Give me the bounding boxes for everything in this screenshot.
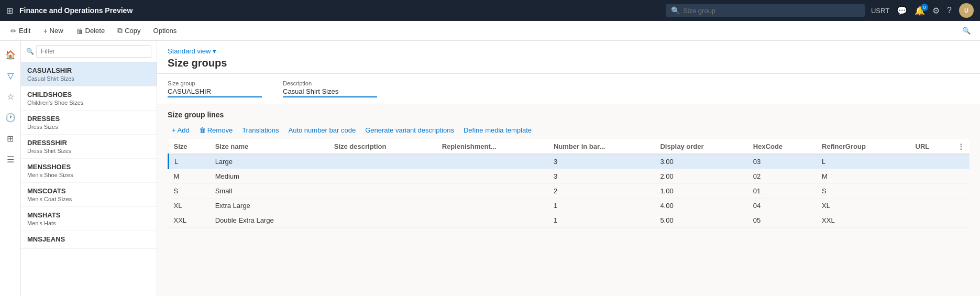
cell-size: M (169, 169, 210, 184)
generate-variant-button[interactable]: Generate variant descriptions (361, 124, 458, 136)
cell-size: XL (169, 199, 210, 213)
cell-number_in_bar: 1 (548, 213, 655, 228)
cell-replenishment (437, 213, 548, 228)
cell-hexcode: 05 (748, 213, 817, 228)
copy-button[interactable]: ⧉ Copy (112, 24, 146, 38)
filter-search-icon: 🔍 (26, 48, 34, 55)
action-bar: ✏ Edit + New 🗑 Delete ⧉ Copy Options 🔍 (0, 21, 980, 41)
sidebar-item-name: DRESSSHIR (27, 139, 150, 147)
table-row[interactable]: XXLDouble Extra Large15.0005XXL (169, 213, 970, 228)
avatar[interactable]: U (959, 3, 974, 18)
sidebar-item-mnshats[interactable]: MNSHATS Men's Hats (21, 207, 157, 231)
sidebar-item-name: MNSHATS (27, 211, 150, 219)
col-header-display-order[interactable]: Display order (655, 139, 747, 154)
col-header-size[interactable]: Size (169, 139, 210, 154)
col-header-number-in-bar---[interactable]: Number in bar... (548, 139, 655, 154)
home-icon-btn[interactable]: 🏠 (1, 45, 20, 64)
description-value[interactable]: Casual Shirt Sizes (283, 87, 377, 97)
sidebar-item-casualshir[interactable]: CASUALSHIR Casual Shirt Sizes (21, 62, 157, 86)
app-grid-button[interactable]: ⊞ (6, 6, 13, 16)
top-bar: ⊞ Finance and Operations Preview 🔍 USRT … (0, 0, 980, 21)
cell-replenishment (437, 154, 548, 169)
sidebar-item-mnsjeans[interactable]: MNSJEANS (21, 231, 157, 249)
content-area: Standard view ▾ Size groups Size group C… (157, 41, 980, 296)
cell-display_order: 5.00 (655, 213, 747, 228)
page-header: Standard view ▾ Size groups (157, 41, 980, 74)
cell-number_in_bar: 3 (548, 169, 655, 184)
clock-icon-btn[interactable]: 🕐 (1, 108, 20, 127)
size-group-value[interactable]: CASUALSHIR (168, 87, 262, 97)
sidebar-filter-bar: 🔍 (21, 41, 157, 62)
settings-icon[interactable]: ⚙ (932, 6, 940, 16)
cell-hexcode: 03 (748, 154, 817, 169)
translations-button[interactable]: Translations (238, 124, 283, 136)
col-more-options[interactable]: ⋮ (952, 139, 970, 154)
cell-display_order: 4.00 (655, 199, 747, 213)
col-header-size-name[interactable]: Size name (210, 139, 329, 154)
cell-refiner_group: XL (817, 199, 910, 213)
sidebar-item-dressshir[interactable]: DRESSSHIR Dress Shirt Sizes (21, 135, 157, 159)
table-row[interactable]: XLExtra Large14.0004XL (169, 199, 970, 213)
cell-hexcode: 02 (748, 169, 817, 184)
table-row[interactable]: SSmall21.0001S (169, 184, 970, 199)
sidebar-item-name: DRESSES (27, 115, 150, 123)
sidebar-item-desc: Children's Shoe Sizes (27, 100, 150, 106)
row-more-options[interactable] (952, 169, 970, 184)
add-icon: + (172, 126, 176, 134)
col-header-hexcode[interactable]: HexCode (748, 139, 817, 154)
cell-refiner_group: XXL (817, 213, 910, 228)
remove-button[interactable]: 🗑 Remove (195, 124, 237, 136)
col-header-refinergroup[interactable]: RefinerGroup (817, 139, 910, 154)
table-icon-btn[interactable]: ⊞ (1, 129, 20, 148)
sidebar-item-dresses[interactable]: DRESSES Dress Sizes (21, 111, 157, 135)
delete-icon: 🗑 (76, 27, 83, 35)
new-button[interactable]: + New (38, 24, 68, 38)
size-group-label: Size group (168, 80, 262, 86)
add-button[interactable]: + Add (168, 124, 194, 136)
row-more-options[interactable] (952, 154, 970, 169)
sidebar-item-mensshoes[interactable]: MENSSHOES Men's Shoe Sizes (21, 159, 157, 183)
row-more-options[interactable] (952, 213, 970, 228)
delete-button[interactable]: 🗑 Delete (71, 24, 111, 38)
list-icon-btn[interactable]: ☰ (1, 150, 20, 169)
edit-icon: ✏ (10, 27, 17, 35)
table-section: Size group lines + Add 🗑 Remove Translat… (157, 104, 980, 296)
star-icon-btn[interactable]: ☆ (1, 87, 20, 106)
notification-button[interactable]: 🔔0 (915, 6, 925, 16)
col-header-url[interactable]: URL (910, 139, 952, 154)
cell-url (910, 199, 952, 213)
table-row[interactable]: MMedium32.0002M (169, 169, 970, 184)
table-row[interactable]: LLarge33.0003L (169, 154, 970, 169)
cell-refiner_group: S (817, 184, 910, 199)
cell-refiner_group: L (817, 154, 910, 169)
col-header-size-description[interactable]: Size description (329, 139, 437, 154)
options-button[interactable]: Options (148, 24, 182, 37)
auto-number-button[interactable]: Auto number bar code (284, 124, 360, 136)
grid-icon: ⊞ (6, 6, 13, 16)
description-field: Description Casual Shirt Sizes (283, 80, 377, 97)
help-icon[interactable]: ? (947, 6, 952, 15)
search-input[interactable] (683, 7, 860, 15)
standard-view-selector[interactable]: Standard view ▾ (168, 47, 970, 55)
cell-hexcode: 01 (748, 184, 817, 199)
define-media-button[interactable]: Define media template (459, 124, 536, 136)
chat-icon[interactable]: 💬 (897, 6, 907, 16)
sidebar-item-childshoes[interactable]: CHILDSHOES Children's Shoe Sizes (21, 86, 157, 111)
sidebar-item-name: MNSJEANS (27, 235, 150, 243)
sidebar-item-mnscoats[interactable]: MNSCOATS Men's Coat Sizes (21, 183, 157, 207)
cell-size_description (329, 213, 437, 228)
cell-replenishment (437, 184, 548, 199)
main-layout: 🏠 ▽ ☆ 🕐 ⊞ ☰ 🔍 CASUALSHIR Casual Shirt Si… (0, 41, 980, 296)
sidebar-item-desc: Dress Shirt Sizes (27, 148, 150, 154)
row-more-options[interactable] (952, 199, 970, 213)
cell-size_description (329, 199, 437, 213)
col-header-replenishment---[interactable]: Replenishment... (437, 139, 548, 154)
section-title: Size group lines (168, 111, 970, 119)
inline-search-button[interactable]: 🔍 (958, 25, 975, 37)
row-more-options[interactable] (952, 184, 970, 199)
edit-button[interactable]: ✏ Edit (5, 24, 36, 38)
search-icon: 🔍 (962, 27, 971, 35)
global-search[interactable]: 🔍 (666, 4, 865, 17)
sidebar-filter-input[interactable] (36, 45, 151, 58)
filter-icon-btn[interactable]: ▽ (1, 66, 20, 85)
